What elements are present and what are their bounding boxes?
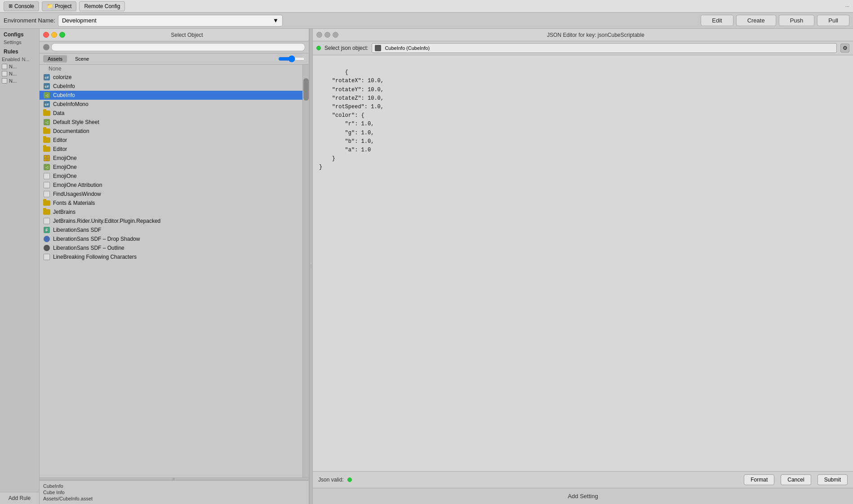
env-dropdown[interactable]: Development ▼ — [58, 15, 283, 27]
search-bar — [40, 41, 309, 53]
list-item-emojione-attr[interactable]: EmojiOne Attribution — [40, 181, 309, 190]
search-input[interactable] — [51, 43, 305, 51]
tab-remote-config[interactable]: Remote Config — [79, 1, 125, 11]
dialog-title: Select Object — [69, 32, 305, 38]
list-item-cubeinfo-selected[interactable]: ◁ CubeInfo — [40, 91, 309, 100]
rule-2-name: N... — [9, 71, 17, 76]
dot-1 — [316, 32, 322, 38]
select-json-label: Select json object: — [324, 45, 368, 51]
json-text: { "rotateX": 10.0, "rotateY": 10.0, "rot… — [319, 69, 384, 170]
close-button[interactable] — [43, 32, 49, 38]
cancel-button[interactable]: Cancel — [781, 474, 811, 485]
json-editor-panel: JSON Editor for key: jsonCubeScriptable … — [313, 29, 853, 504]
chevron-down-icon: ▼ — [273, 17, 279, 24]
list-item-cubeinfo-cs[interactable]: c# CubeInfo — [40, 82, 309, 91]
rc-toolbar: Environment Name: Development ▼ Edit Cre… — [0, 13, 853, 29]
add-rule-button[interactable]: Add Rule — [0, 492, 39, 504]
dialog-title-bar: Select Object — [40, 29, 309, 41]
panel-divider[interactable]: ⋮ — [309, 29, 313, 504]
settings-section[interactable]: Settings — [0, 39, 39, 46]
tab-project-label: Project — [55, 3, 71, 9]
list-item-cubeinfomono[interactable]: c# CubeInfoMono — [40, 100, 309, 109]
list-item-jetbrains-rider[interactable]: JetBrains.Rider.Unity.Editor.Plugin.Repa… — [40, 217, 309, 225]
list-item-linebreaking[interactable]: LineBreaking Following Characters — [40, 252, 309, 261]
json-editor-title: JSON Editor for key: jsonCubeScriptable — [342, 32, 849, 38]
pull-button[interactable]: Pull — [817, 15, 849, 26]
emojione-script-label: EmojiOne — [53, 164, 77, 170]
tab-console[interactable]: ⊞ Console — [4, 1, 39, 11]
name-column: N... — [22, 57, 29, 62]
tab-scene[interactable]: Scene — [71, 55, 93, 62]
maximize-button[interactable] — [59, 32, 65, 38]
create-button[interactable]: Create — [736, 15, 776, 26]
list-item-colorize[interactable]: c# colorize — [40, 73, 309, 82]
list-item-liberation-dropshadow[interactable]: LiberationSans SDF – Drop Shadow — [40, 234, 309, 243]
list-item-liberation-outline[interactable]: LiberationSans SDF – Outline — [40, 243, 309, 252]
console-icon: ⊞ — [9, 3, 13, 9]
list-item-editor-2[interactable]: Editor — [40, 145, 309, 154]
format-button[interactable]: Format — [744, 474, 774, 485]
rule-1-checkbox[interactable] — [2, 64, 7, 69]
script-icon-default-style: ◁ — [43, 119, 50, 126]
json-object-selector[interactable]: CubeInfo (CubeInfo) — [372, 43, 837, 53]
list-item-documentation[interactable]: Documentation — [40, 127, 309, 136]
settings-icon-button[interactable]: ⚙ — [840, 44, 849, 53]
configs-section: Configs — [0, 29, 39, 39]
list-item-jetbrains[interactable]: JetBrains — [40, 208, 309, 217]
list-item-emojione-script[interactable]: ◁ EmojiOne — [40, 163, 309, 172]
json-editor-content[interactable]: { "rotateX": 10.0, "rotateY": 10.0, "rot… — [313, 55, 853, 471]
push-button[interactable]: Push — [779, 15, 815, 26]
default-style-label: Default Style Sheet — [53, 119, 99, 125]
list-item-fonts[interactable]: Fonts & Materials — [40, 199, 309, 208]
folder-icon-docs — [43, 128, 50, 135]
emoji-grid-icon — [43, 155, 50, 162]
minimize-button[interactable] — [51, 32, 57, 38]
editor1-label: Editor — [53, 137, 67, 143]
list-item-findusages[interactable]: FindUsagesWindow — [40, 190, 309, 199]
scrollbar-thumb — [303, 78, 309, 101]
add-setting-button[interactable]: Add Setting — [313, 488, 853, 504]
list-item-default-style[interactable]: ◁ Default Style Sheet — [40, 118, 309, 127]
select-object-dialog: Select Object Assets Scene — [40, 29, 309, 504]
file-icon-emojione-attr — [43, 181, 50, 189]
list-item-emojione-grid[interactable]: EmojiOne — [40, 154, 309, 163]
list-item-liberation-sdf[interactable]: F LiberationSans SDF — [40, 225, 309, 234]
tab-project[interactable]: 📁 Project — [42, 1, 76, 11]
env-name-label: Environment Name: — [4, 17, 55, 24]
cubeinfo-cs-label: CubeInfo — [53, 83, 75, 89]
colorize-label: colorize — [53, 74, 71, 80]
list-item-data[interactable]: Data — [40, 109, 309, 118]
tab-assets[interactable]: Assets — [43, 55, 67, 62]
json-status-dot — [316, 46, 321, 50]
rule-1-name: N... — [9, 64, 17, 69]
rules-columns: Enabled N... — [0, 56, 39, 63]
none-label: None — [49, 66, 62, 72]
list-item-none[interactable]: None — [40, 65, 309, 73]
submit-button[interactable]: Submit — [817, 474, 848, 485]
circle-dark-icon-liberation-outline — [43, 244, 50, 252]
size-slider[interactable] — [278, 55, 305, 62]
asset-list-scrollbar[interactable] — [302, 65, 309, 477]
edit-button[interactable]: Edit — [701, 15, 733, 26]
traffic-lights — [43, 32, 65, 38]
zoom-slider[interactable] — [278, 55, 305, 62]
dialog-footer: CubeInfo Cube Info Assets/CubeInfo.asset — [40, 480, 309, 504]
liberation-dropshadow-label: LiberationSans SDF – Drop Shadow — [53, 236, 140, 242]
fonts-label: Fonts & Materials — [53, 200, 95, 206]
rule-2-checkbox[interactable] — [2, 71, 7, 76]
emojione-file-label: EmojiOne — [53, 173, 77, 179]
json-top-bar: Select json object: CubeInfo (CubeInfo) … — [313, 41, 853, 55]
tab-console-label: Console — [14, 3, 34, 9]
rule-row-1: N... — [0, 63, 39, 70]
tab-remote-config-label: Remote Config — [84, 3, 120, 9]
asset-list: None c# colorize c# CubeInfo ◁ CubeInfo — [40, 65, 309, 477]
liberation-outline-label: LiberationSans SDF – Outline — [53, 245, 124, 251]
enabled-column: Enabled — [2, 57, 20, 62]
rule-3-checkbox[interactable] — [2, 78, 7, 84]
file-icon-emojione — [43, 172, 50, 180]
list-item-editor-1[interactable]: Editor — [40, 136, 309, 145]
script-icon-cubeinfo: ◁ — [43, 92, 50, 99]
jetbrains-rider-label: JetBrains.Rider.Unity.Editor.Plugin.Repa… — [53, 218, 160, 224]
findusages-label: FindUsagesWindow — [53, 191, 101, 197]
list-item-emojione-file[interactable]: EmojiOne — [40, 172, 309, 181]
